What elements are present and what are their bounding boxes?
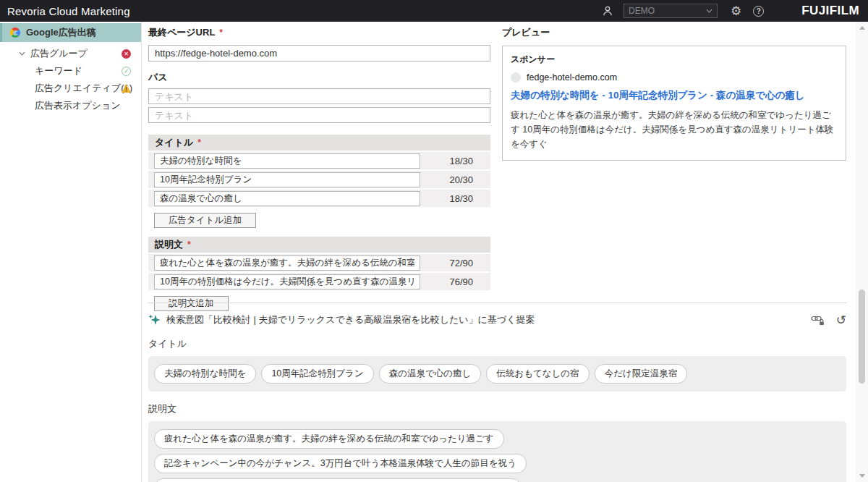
char-count: 18/30	[449, 156, 485, 166]
sidebar-item-label: 広告グループ	[30, 47, 88, 60]
sparkle-icon	[148, 314, 161, 326]
link-lock-icon[interactable]	[811, 314, 825, 326]
path-label: パス	[148, 71, 490, 84]
sidebar-item-label: キーワード	[35, 64, 82, 77]
descriptions-section: 説明文* 72/90 76/90	[148, 237, 490, 290]
scrollbar-thumb[interactable]	[859, 289, 865, 384]
chevron-down-icon	[706, 9, 712, 13]
description-input-1[interactable]	[154, 255, 420, 271]
title-chip[interactable]: 伝統おもてなしの宿	[486, 364, 589, 384]
sidebar-item-ad-creative[interactable]: 広告クリエイティブ(1)	[0, 80, 141, 97]
final-url-input[interactable]	[148, 45, 490, 62]
titles-section: タイトル* 18/30 20/30 18/30	[148, 135, 490, 207]
favicon-placeholder-icon	[511, 72, 521, 83]
account-select-value: DEMO	[629, 6, 655, 16]
char-count: 20/30	[449, 174, 485, 185]
description-row: 72/90	[148, 253, 490, 271]
sidebar-item-ad-extensions[interactable]: 広告表示オプション	[0, 97, 141, 114]
description-chip[interactable]: 記念キャンペーン中の今がチャンス。3万円台で叶う本格温泉体験で人生の節目を祝う	[154, 454, 527, 473]
help-icon[interactable]: ?	[753, 6, 764, 17]
title-input-2[interactable]	[154, 172, 420, 187]
add-title-button[interactable]: 広告タイトル追加	[154, 213, 256, 228]
suggested-descriptions-box: 疲れた心と体を森の温泉が癒す。夫婦の絆を深める伝統の和室でゆったり過ごす 記念キ…	[148, 421, 846, 482]
preview-ad-description: 疲れた心と体を森の温泉が癒す。夫婦の絆を深める伝統の和室でゆったり過ごす 10周…	[511, 108, 838, 151]
suggested-descriptions-label: 説明文	[148, 402, 846, 415]
required-mark: *	[219, 28, 223, 38]
suggestions-header: 検索意図「比較検討 | 夫婦でリラックスできる高級温泉宿を比較したい」に基づく提…	[148, 313, 846, 326]
char-count: 18/30	[449, 193, 485, 204]
ad-form: 最終ページURL* パス タイトル* 18/30 20/30 18/30 広告タ…	[148, 22, 490, 311]
title-chip[interactable]: 今だけ限定温泉宿	[595, 364, 688, 384]
suggested-titles-label: タイトル	[148, 337, 846, 350]
description-chip[interactable]: 日本庭園を望む静寂の空間で五感をリセット。多忙な日常から解放される特別な時間	[154, 478, 522, 482]
app-title: Revoria Cloud Marketing	[7, 5, 130, 17]
gear-icon[interactable]: ⚙	[731, 5, 741, 17]
ai-suggestions: 検索意図「比較検討 | 夫婦でリラックスできる高級温泉宿を比較したい」に基づく提…	[148, 303, 846, 482]
preview-display-url: fedge-hotel-demo.com	[527, 72, 617, 83]
preview-panel: プレビュー スポンサー fedge-hotel-demo.com 夫婦の特別な時…	[502, 22, 846, 161]
description-chip[interactable]: 疲れた心と体を森の温泉が癒す。夫婦の絆を深める伝統の和室でゆったり過ごす	[154, 429, 504, 449]
sidebar-item-ad-group[interactable]: 広告グループ	[0, 45, 141, 62]
sidebar-item-google-ads[interactable]: Google広告出稿	[0, 23, 141, 42]
description-row: 76/90	[148, 271, 490, 290]
title-chip[interactable]: 夫婦の特別な時間を	[154, 364, 256, 384]
title-input-3[interactable]	[154, 191, 420, 206]
title-chip[interactable]: 10周年記念特別プラン	[261, 364, 373, 384]
suggestions-actions: ↺	[811, 314, 846, 326]
account-select[interactable]: DEMO	[624, 4, 718, 18]
user-icon[interactable]	[602, 5, 613, 17]
chevron-down-icon	[19, 51, 25, 56]
topbar: Revoria Cloud Marketing DEMO ⚙ ? FUJIFIL…	[0, 0, 868, 22]
refresh-icon[interactable]: ↺	[836, 314, 846, 326]
char-count: 72/90	[449, 258, 485, 269]
scroll-up-arrow[interactable]	[859, 26, 865, 30]
preview-label: プレビュー	[502, 26, 846, 39]
title-row: 18/30	[148, 151, 490, 169]
descriptions-section-header: 説明文*	[148, 237, 490, 253]
preview-ad-title: 夫婦の特別な時間を - 10周年記念特別プラン - 森の温泉で心の癒し	[511, 89, 838, 102]
sidebar: Google広告出稿 広告グループ キーワード 広告クリエイティブ(1) 広告表…	[0, 22, 142, 482]
suggestions-title: 検索意図「比較検討 | 夫婦でリラックスできる高級温泉宿を比較したい」に基づく提…	[166, 313, 535, 326]
title-input-1[interactable]	[154, 153, 420, 169]
warning-status-icon	[122, 84, 131, 93]
titles-section-header: タイトル*	[148, 135, 490, 151]
title-row: 18/30	[148, 188, 490, 207]
title-chip[interactable]: 森の温泉で心の癒し	[379, 364, 482, 384]
vertical-scrollbar	[856, 22, 868, 482]
path-input-1[interactable]	[148, 88, 490, 104]
success-status-icon	[122, 67, 131, 76]
required-mark: *	[187, 240, 191, 250]
sidebar-item-label: Google広告出稿	[26, 26, 96, 39]
required-mark: *	[197, 138, 201, 148]
path-input-2[interactable]	[148, 107, 490, 123]
ad-preview-card: スポンサー fedge-hotel-demo.com 夫婦の特別な時間を - 1…	[502, 46, 846, 161]
sidebar-item-label: 広告クリエイティブ(1)	[35, 82, 132, 95]
error-status-icon	[122, 49, 131, 59]
scroll-down-arrow[interactable]	[859, 474, 865, 478]
sponsor-label: スポンサー	[511, 54, 838, 66]
google-icon	[10, 28, 20, 38]
description-input-2[interactable]	[154, 274, 420, 289]
fujifilm-logo: FUJIFILM	[801, 4, 859, 18]
final-url-label: 最終ページURL*	[148, 26, 490, 39]
sidebar-item-keywords[interactable]: キーワード	[0, 62, 141, 80]
sidebar-item-label: 広告表示オプション	[35, 99, 121, 112]
char-count: 76/90	[449, 276, 485, 287]
title-row: 20/30	[148, 169, 490, 188]
preview-url-row: fedge-hotel-demo.com	[511, 72, 838, 83]
suggested-titles-box: 夫婦の特別な時間を 10周年記念特別プラン 森の温泉で心の癒し 伝統おもてなしの…	[148, 356, 846, 392]
